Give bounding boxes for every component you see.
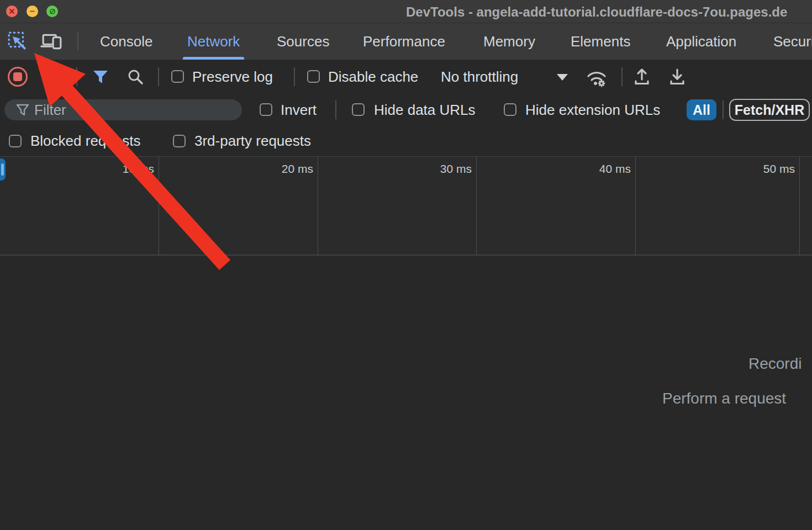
filter-funnel-icon <box>93 71 108 83</box>
blocked-requests-checkbox[interactable]: Blocked requests <box>9 126 155 156</box>
upload-icon <box>636 70 648 84</box>
title-bar: DevTools - angela-add-tutorial.cloudflar… <box>0 0 812 23</box>
disable-cache-checkbox[interactable]: Disable cache <box>307 60 431 94</box>
timeline-gridline <box>159 157 159 256</box>
chevron-down-icon <box>557 74 568 81</box>
preserve-log-checkbox[interactable]: Preserve log <box>171 60 284 94</box>
handle-grip <box>1 163 4 176</box>
invert-checkbox[interactable]: Invert <box>260 94 326 126</box>
clear-network-log-button[interactable] <box>44 68 61 85</box>
checkbox-box <box>352 103 365 116</box>
wifi-icon <box>588 73 605 76</box>
tab-sources[interactable]: Sources <box>277 23 329 60</box>
toolbar-divider <box>76 67 77 86</box>
more-filters-row: Blocked requests 3rd-party requests <box>0 126 812 156</box>
timeline-tick-label: 40 ms <box>599 162 631 176</box>
toolbar-divider <box>294 67 295 86</box>
window-title: DevTools - angela-add-tutorial.cloudflar… <box>406 0 787 23</box>
export-har-button[interactable] <box>668 67 686 86</box>
stop-recording-icon <box>13 72 22 81</box>
timeline-gridline <box>799 157 800 256</box>
recording-status-text: Recordi <box>748 355 802 373</box>
checkbox-box <box>173 135 186 147</box>
stop-recording-button[interactable] <box>8 67 28 87</box>
devtools-tab-bar: Console Network Sources Performance Memo… <box>0 23 812 60</box>
network-toolbar: Preserve log Disable cache No throttling <box>0 60 812 94</box>
throttling-dropdown[interactable]: No throttling <box>441 60 573 94</box>
tab-security[interactable]: Security <box>773 23 812 60</box>
request-type-all-button[interactable]: All <box>687 99 716 120</box>
perform-request-hint-text: Perform a request <box>662 390 786 407</box>
timeline-tick-label: 50 ms <box>763 162 795 176</box>
close-icon <box>9 8 15 14</box>
checkbox-box <box>9 135 22 147</box>
toolbar-divider <box>621 67 623 86</box>
timeline-gridline <box>476 157 477 256</box>
filter-input-container <box>4 99 242 120</box>
overview-selection-handle[interactable] <box>0 158 6 181</box>
filter-input[interactable] <box>34 102 222 119</box>
checkbox-box <box>260 103 272 116</box>
third-party-requests-checkbox[interactable]: 3rd-party requests <box>173 126 330 156</box>
tab-network[interactable]: Network <box>187 23 240 60</box>
checkbox-box <box>307 70 320 83</box>
toolbar-divider <box>158 67 159 86</box>
devtools-window: DevTools - angela-add-tutorial.cloudflar… <box>0 0 812 530</box>
checkbox-box <box>504 103 516 116</box>
requests-empty-state: Recordi Perform a request <box>0 256 812 530</box>
minimize-icon <box>29 8 35 14</box>
toggle-device-toolbar-button[interactable] <box>40 30 64 53</box>
show-filter-button[interactable] <box>92 69 109 86</box>
network-filter-bar: Invert Hide data URLs Hide extension URL… <box>0 94 812 126</box>
tab-performance[interactable]: Performance <box>363 23 445 60</box>
device-toolbar-icon <box>40 31 64 52</box>
hide-extension-urls-checkbox[interactable]: Hide extension URLs <box>504 94 672 126</box>
timeline-tick-label: 20 ms <box>282 162 313 176</box>
timeline-tick-label: 10 ms <box>123 162 154 176</box>
zoom-icon <box>49 8 56 15</box>
filterbar-divider <box>723 100 724 119</box>
tab-application[interactable]: Application <box>666 23 736 60</box>
checkbox-box <box>171 70 184 83</box>
minimize-window-button[interactable] <box>27 6 38 17</box>
tab-console[interactable]: Console <box>100 23 152 60</box>
timeline-tick-label: 30 ms <box>440 162 472 176</box>
filterbar-divider <box>335 100 336 119</box>
zoom-window-button[interactable] <box>46 6 58 17</box>
gear-icon <box>598 80 605 87</box>
close-window-button[interactable] <box>6 6 18 17</box>
filter-funnel-outline-icon <box>15 103 30 117</box>
tabbar-divider <box>77 33 78 50</box>
network-overview-timeline[interactable]: 10 ms 20 ms 30 ms 40 ms 50 ms <box>0 156 812 256</box>
download-icon <box>671 70 683 84</box>
timeline-gridline <box>318 157 318 256</box>
request-type-fetch-xhr-button[interactable]: Fetch/XHR <box>729 99 810 121</box>
inspect-cursor-icon <box>7 31 28 52</box>
import-har-button[interactable] <box>633 67 651 86</box>
network-conditions-button[interactable] <box>584 67 609 88</box>
search-button[interactable] <box>127 68 144 85</box>
hide-data-urls-checkbox[interactable]: Hide data URLs <box>352 94 484 126</box>
inspect-element-button[interactable] <box>6 30 30 53</box>
timeline-gridline <box>635 157 636 256</box>
tab-memory[interactable]: Memory <box>483 23 535 60</box>
tab-elements[interactable]: Elements <box>571 23 630 60</box>
